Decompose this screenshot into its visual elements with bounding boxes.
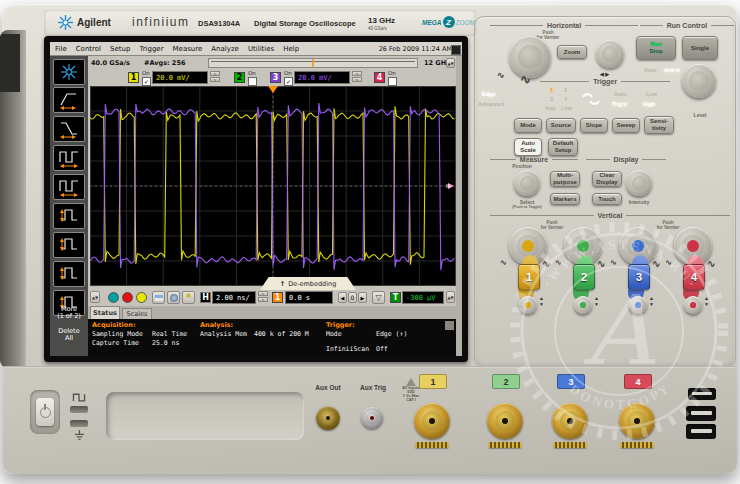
channel-1-scale-spinner[interactable]: ∿∿ [210, 71, 220, 82]
menu-analyze[interactable]: Analyze [211, 45, 239, 53]
input-3-pins [553, 442, 587, 448]
channel-3-on-checkbox[interactable]: ✓ [284, 77, 293, 86]
measure-v-peak-peak-icon[interactable] [53, 261, 85, 287]
memory-bar[interactable] [208, 58, 418, 68]
channel-1-scale-readout[interactable]: 20.0 mV/ [152, 71, 208, 84]
timebase-readout[interactable]: 2.00 ns/ [212, 291, 256, 304]
tab-status[interactable]: Status [90, 306, 120, 319]
more-button[interactable]: More (1 of 2) [50, 306, 88, 320]
status-panel-expand-tab[interactable] [445, 321, 454, 330]
trigger-source-button[interactable]: Source [546, 118, 576, 133]
filter-funnel-button[interactable]: ▽ [372, 291, 385, 304]
measure-rise-time-icon[interactable] [53, 87, 85, 113]
input-3-connector [552, 403, 588, 439]
trigger-level-readout[interactable]: -300 µV [402, 291, 444, 304]
measure-fall-time-icon[interactable] [53, 116, 85, 142]
status-row-spinner[interactable]: ▲▼ [446, 58, 455, 68]
input-1-label: 1 [419, 374, 447, 389]
channel-1-position-knob[interactable] [519, 296, 537, 314]
menu-trigger[interactable]: Trigger [139, 45, 163, 53]
tab-scales[interactable]: Scales [122, 308, 152, 319]
position-zero-button[interactable]: 0 [348, 292, 357, 303]
trigger-mode-button[interactable]: Mode [514, 118, 542, 133]
channel-3-chip[interactable]: 3 [270, 72, 281, 83]
measure-period-icon[interactable] [53, 145, 85, 171]
menu-corner-icon[interactable] [451, 45, 461, 55]
waveform-display[interactable] [90, 86, 456, 286]
horizontal-h-chip: H [200, 292, 211, 303]
markers-button[interactable]: Markers [550, 193, 580, 205]
zoom-button[interactable]: Zoom [557, 45, 587, 59]
bottom-tabs-row: Status Scales [88, 306, 456, 319]
status-panel: Acquisition: Sampling Mode Real Time Cap… [88, 319, 456, 356]
horizontal-position-knob[interactable] [596, 40, 624, 68]
menu-control[interactable]: Control [76, 45, 101, 53]
default-setup-button[interactable]: Default Setup [548, 138, 578, 156]
menu-measure[interactable]: Measure [173, 45, 203, 53]
brightness-tool-button[interactable]: * [182, 291, 195, 304]
trigger-slope-button[interactable]: Slope [580, 118, 608, 133]
channel-3-scale-readout[interactable]: 20.0 mV/ [294, 71, 350, 84]
clear-display-button[interactable]: Clear Display [592, 171, 622, 187]
measure-position-knob[interactable] [514, 170, 540, 196]
trigger-delay-readout[interactable]: 0.0 s [285, 291, 333, 304]
marker-color-red-button[interactable] [122, 292, 133, 303]
usb-small-port [688, 388, 716, 400]
channel-2-sine-left-icon: ∿ [555, 258, 562, 267]
channel-1-button[interactable]: 1 [518, 264, 540, 290]
trigger-source-chip[interactable]: 1 [272, 292, 283, 303]
usb-port-1 [686, 406, 716, 421]
channel-2-chip[interactable]: 2 [234, 72, 245, 83]
de-embedding-tab[interactable]: ↑ De-embedding [260, 277, 356, 290]
power-button[interactable] [36, 398, 54, 426]
position-right-button[interactable]: ▶ [358, 292, 367, 303]
acquisition-status-row: 40.0 GSa/s #Avgs: 256 12 GHz ▲▼ [88, 56, 456, 70]
position-left-button[interactable]: ◀ [338, 292, 347, 303]
armd-indicator: Arm'd [664, 68, 680, 74]
menu-setup[interactable]: Setup [110, 45, 130, 53]
sine-small-icon: ∿ [497, 70, 505, 80]
timebase-spinner[interactable]: ∿∿ [258, 291, 268, 302]
channel-1-on-checkbox[interactable]: ✓ [142, 77, 151, 86]
trigger-sweep-button[interactable]: Sweep [612, 118, 640, 133]
agilent-spark-tile[interactable] [53, 59, 85, 85]
channel-2-on-checkbox[interactable] [248, 77, 257, 86]
image-tool-button[interactable] [152, 291, 165, 304]
measure-v-max-icon[interactable] [53, 203, 85, 229]
measure-v-min-icon[interactable] [53, 232, 85, 258]
pointer-tool-button[interactable] [167, 291, 180, 304]
trigger-level-spinner[interactable]: ▲▼ [446, 291, 455, 303]
menu-help[interactable]: Help [283, 45, 299, 53]
megazoom-icon: Z [443, 16, 455, 28]
channel-3-button[interactable]: 3 [628, 264, 650, 290]
channel-3-position-knob[interactable] [629, 296, 647, 314]
brand-strip: Agilent infiniium DSA91304A Digital Stor… [44, 10, 476, 36]
run-stop-button[interactable]: Run Stop [636, 36, 676, 60]
touch-button[interactable]: Touch [592, 193, 622, 205]
analysis-title: Analysis: [200, 321, 233, 329]
trigger-sensitivity-button[interactable]: Sensi- tivity [644, 116, 674, 134]
marker-color-teal-button[interactable] [108, 292, 119, 303]
channel-3-scale-spinner[interactable]: ∿∿ [352, 71, 362, 82]
channel-2-button[interactable]: 2 [573, 264, 595, 290]
trigger-level-knob[interactable] [682, 64, 716, 98]
menu-utilities[interactable]: Utilities [248, 45, 274, 53]
channel-4-position-knob[interactable] [684, 296, 702, 314]
channel-2-position-knob[interactable] [574, 296, 592, 314]
auto-scale-button[interactable]: Auto Scale [514, 138, 542, 156]
channel-4-on-checkbox[interactable] [388, 77, 397, 86]
channel-4-button[interactable]: 4 [683, 264, 705, 290]
multi-purpose-button[interactable]: Multi- purpose [550, 171, 580, 187]
measure-frequency-icon[interactable] [53, 174, 85, 200]
delete-all-button[interactable]: Delete All [50, 328, 88, 342]
channel-3-sine-right-icon: ∿ [652, 258, 660, 269]
menu-file[interactable]: File [55, 45, 67, 53]
probe-comp-terminal [70, 406, 88, 413]
channel-1-chip[interactable]: 1 [128, 72, 139, 83]
run-label: Run [650, 41, 662, 48]
toolbar-spinner[interactable]: ▲▼ [90, 291, 100, 303]
channel-4-chip[interactable]: 4 [374, 72, 385, 83]
single-button[interactable]: Single [682, 36, 718, 60]
display-intensity-knob[interactable] [626, 170, 652, 196]
marker-color-yellow-button[interactable] [136, 292, 147, 303]
